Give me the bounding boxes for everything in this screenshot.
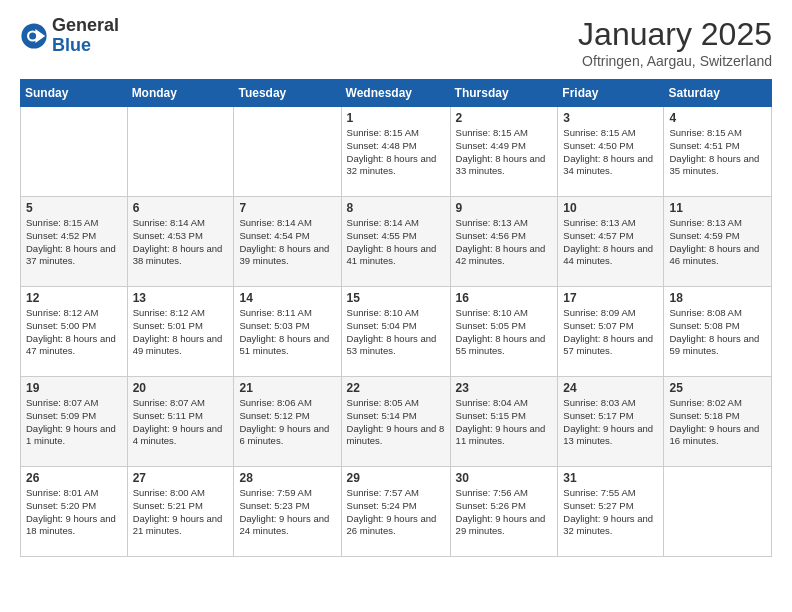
day-number: 2 — [456, 111, 553, 125]
day-info: Sunrise: 8:13 AM Sunset: 4:56 PM Dayligh… — [456, 217, 553, 268]
calendar-header: SundayMondayTuesdayWednesdayThursdayFrid… — [21, 80, 772, 107]
calendar-cell: 30Sunrise: 7:56 AM Sunset: 5:26 PM Dayli… — [450, 467, 558, 557]
calendar-cell: 8Sunrise: 8:14 AM Sunset: 4:55 PM Daylig… — [341, 197, 450, 287]
day-info: Sunrise: 8:15 AM Sunset: 4:51 PM Dayligh… — [669, 127, 766, 178]
day-number: 15 — [347, 291, 445, 305]
calendar-cell: 17Sunrise: 8:09 AM Sunset: 5:07 PM Dayli… — [558, 287, 664, 377]
day-number: 17 — [563, 291, 658, 305]
day-number: 10 — [563, 201, 658, 215]
day-number: 24 — [563, 381, 658, 395]
day-number: 8 — [347, 201, 445, 215]
day-number: 1 — [347, 111, 445, 125]
day-info: Sunrise: 8:15 AM Sunset: 4:50 PM Dayligh… — [563, 127, 658, 178]
calendar-cell: 13Sunrise: 8:12 AM Sunset: 5:01 PM Dayli… — [127, 287, 234, 377]
calendar-cell: 24Sunrise: 8:03 AM Sunset: 5:17 PM Dayli… — [558, 377, 664, 467]
calendar-cell: 29Sunrise: 7:57 AM Sunset: 5:24 PM Dayli… — [341, 467, 450, 557]
day-info: Sunrise: 8:13 AM Sunset: 4:59 PM Dayligh… — [669, 217, 766, 268]
day-number: 23 — [456, 381, 553, 395]
calendar-cell: 2Sunrise: 8:15 AM Sunset: 4:49 PM Daylig… — [450, 107, 558, 197]
day-number: 21 — [239, 381, 335, 395]
day-number: 3 — [563, 111, 658, 125]
day-info: Sunrise: 8:14 AM Sunset: 4:53 PM Dayligh… — [133, 217, 229, 268]
calendar-cell: 27Sunrise: 8:00 AM Sunset: 5:21 PM Dayli… — [127, 467, 234, 557]
calendar-cell: 9Sunrise: 8:13 AM Sunset: 4:56 PM Daylig… — [450, 197, 558, 287]
day-number: 7 — [239, 201, 335, 215]
calendar-cell: 25Sunrise: 8:02 AM Sunset: 5:18 PM Dayli… — [664, 377, 772, 467]
logo-general: General — [52, 15, 119, 35]
logo-text: General Blue — [52, 16, 119, 56]
day-number: 25 — [669, 381, 766, 395]
calendar-cell: 16Sunrise: 8:10 AM Sunset: 5:05 PM Dayli… — [450, 287, 558, 377]
day-number: 13 — [133, 291, 229, 305]
day-info: Sunrise: 8:11 AM Sunset: 5:03 PM Dayligh… — [239, 307, 335, 358]
day-info: Sunrise: 8:12 AM Sunset: 5:00 PM Dayligh… — [26, 307, 122, 358]
day-number: 26 — [26, 471, 122, 485]
calendar-cell: 11Sunrise: 8:13 AM Sunset: 4:59 PM Dayli… — [664, 197, 772, 287]
calendar-table: SundayMondayTuesdayWednesdayThursdayFrid… — [20, 79, 772, 557]
day-info: Sunrise: 8:10 AM Sunset: 5:05 PM Dayligh… — [456, 307, 553, 358]
day-info: Sunrise: 8:05 AM Sunset: 5:14 PM Dayligh… — [347, 397, 445, 448]
day-info: Sunrise: 8:14 AM Sunset: 4:55 PM Dayligh… — [347, 217, 445, 268]
day-info: Sunrise: 7:57 AM Sunset: 5:24 PM Dayligh… — [347, 487, 445, 538]
weekday-header: Wednesday — [341, 80, 450, 107]
day-info: Sunrise: 8:03 AM Sunset: 5:17 PM Dayligh… — [563, 397, 658, 448]
calendar-cell: 1Sunrise: 8:15 AM Sunset: 4:48 PM Daylig… — [341, 107, 450, 197]
calendar-cell: 19Sunrise: 8:07 AM Sunset: 5:09 PM Dayli… — [21, 377, 128, 467]
day-info: Sunrise: 7:56 AM Sunset: 5:26 PM Dayligh… — [456, 487, 553, 538]
week-row: 12Sunrise: 8:12 AM Sunset: 5:00 PM Dayli… — [21, 287, 772, 377]
calendar-cell: 22Sunrise: 8:05 AM Sunset: 5:14 PM Dayli… — [341, 377, 450, 467]
day-info: Sunrise: 8:15 AM Sunset: 4:49 PM Dayligh… — [456, 127, 553, 178]
logo-blue: Blue — [52, 35, 91, 55]
day-number: 29 — [347, 471, 445, 485]
day-number: 31 — [563, 471, 658, 485]
day-info: Sunrise: 8:13 AM Sunset: 4:57 PM Dayligh… — [563, 217, 658, 268]
day-number: 22 — [347, 381, 445, 395]
calendar-cell: 31Sunrise: 7:55 AM Sunset: 5:27 PM Dayli… — [558, 467, 664, 557]
day-info: Sunrise: 8:12 AM Sunset: 5:01 PM Dayligh… — [133, 307, 229, 358]
day-number: 4 — [669, 111, 766, 125]
title-block: January 2025 Oftringen, Aargau, Switzerl… — [578, 16, 772, 69]
day-info: Sunrise: 8:14 AM Sunset: 4:54 PM Dayligh… — [239, 217, 335, 268]
day-info: Sunrise: 8:09 AM Sunset: 5:07 PM Dayligh… — [563, 307, 658, 358]
calendar-cell: 7Sunrise: 8:14 AM Sunset: 4:54 PM Daylig… — [234, 197, 341, 287]
day-info: Sunrise: 8:02 AM Sunset: 5:18 PM Dayligh… — [669, 397, 766, 448]
calendar-cell: 26Sunrise: 8:01 AM Sunset: 5:20 PM Dayli… — [21, 467, 128, 557]
day-info: Sunrise: 8:00 AM Sunset: 5:21 PM Dayligh… — [133, 487, 229, 538]
day-number: 20 — [133, 381, 229, 395]
day-number: 12 — [26, 291, 122, 305]
month-title: January 2025 — [578, 16, 772, 53]
calendar-cell: 6Sunrise: 8:14 AM Sunset: 4:53 PM Daylig… — [127, 197, 234, 287]
day-info: Sunrise: 8:04 AM Sunset: 5:15 PM Dayligh… — [456, 397, 553, 448]
weekday-row: SundayMondayTuesdayWednesdayThursdayFrid… — [21, 80, 772, 107]
calendar-cell: 28Sunrise: 7:59 AM Sunset: 5:23 PM Dayli… — [234, 467, 341, 557]
calendar-cell — [127, 107, 234, 197]
calendar-cell: 20Sunrise: 8:07 AM Sunset: 5:11 PM Dayli… — [127, 377, 234, 467]
week-row: 19Sunrise: 8:07 AM Sunset: 5:09 PM Dayli… — [21, 377, 772, 467]
calendar-cell: 3Sunrise: 8:15 AM Sunset: 4:50 PM Daylig… — [558, 107, 664, 197]
weekday-header: Tuesday — [234, 80, 341, 107]
weekday-header: Thursday — [450, 80, 558, 107]
calendar-cell: 23Sunrise: 8:04 AM Sunset: 5:15 PM Dayli… — [450, 377, 558, 467]
header: General Blue January 2025 Oftringen, Aar… — [20, 16, 772, 69]
page: General Blue January 2025 Oftringen, Aar… — [0, 0, 792, 573]
week-row: 26Sunrise: 8:01 AM Sunset: 5:20 PM Dayli… — [21, 467, 772, 557]
calendar-cell: 15Sunrise: 8:10 AM Sunset: 5:04 PM Dayli… — [341, 287, 450, 377]
calendar-cell — [21, 107, 128, 197]
week-row: 5Sunrise: 8:15 AM Sunset: 4:52 PM Daylig… — [21, 197, 772, 287]
logo: General Blue — [20, 16, 119, 56]
calendar-cell: 18Sunrise: 8:08 AM Sunset: 5:08 PM Dayli… — [664, 287, 772, 377]
day-info: Sunrise: 8:15 AM Sunset: 4:52 PM Dayligh… — [26, 217, 122, 268]
day-info: Sunrise: 8:07 AM Sunset: 5:11 PM Dayligh… — [133, 397, 229, 448]
day-number: 9 — [456, 201, 553, 215]
calendar-body: 1Sunrise: 8:15 AM Sunset: 4:48 PM Daylig… — [21, 107, 772, 557]
calendar-cell: 12Sunrise: 8:12 AM Sunset: 5:00 PM Dayli… — [21, 287, 128, 377]
day-number: 19 — [26, 381, 122, 395]
svg-point-3 — [29, 32, 36, 39]
day-info: Sunrise: 8:06 AM Sunset: 5:12 PM Dayligh… — [239, 397, 335, 448]
day-info: Sunrise: 8:10 AM Sunset: 5:04 PM Dayligh… — [347, 307, 445, 358]
day-number: 5 — [26, 201, 122, 215]
day-number: 14 — [239, 291, 335, 305]
day-info: Sunrise: 8:07 AM Sunset: 5:09 PM Dayligh… — [26, 397, 122, 448]
day-number: 16 — [456, 291, 553, 305]
calendar-cell: 4Sunrise: 8:15 AM Sunset: 4:51 PM Daylig… — [664, 107, 772, 197]
